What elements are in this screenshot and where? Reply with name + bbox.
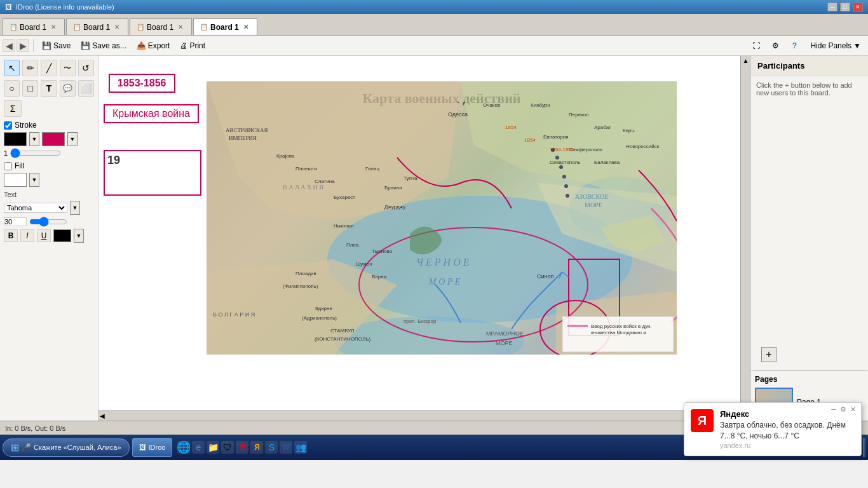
yandex-icon[interactable]: Я (250, 441, 263, 454)
text-color-dropdown[interactable]: ▼ (74, 229, 84, 243)
hide-panels-btn[interactable]: Hide Panels ▼ (806, 39, 865, 53)
title-text: Крымская война (112, 108, 190, 119)
word-icon[interactable]: W (280, 441, 292, 454)
svg-text:Б О Л Г А Р И Я: Б О Л Г А Р И Я (213, 311, 255, 318)
idroo-label: IDroo (149, 444, 166, 451)
font-size-slider[interactable] (29, 217, 67, 226)
taskbar-app-icons: 🌐 e 📁 🛡 Я Я S W 👥 (177, 441, 307, 454)
help-btn[interactable]: ? (787, 38, 802, 53)
settings-btn[interactable]: ⚙ (768, 38, 783, 53)
date-annotation[interactable]: 1853-1856 (109, 74, 175, 93)
add-user-btn[interactable]: + (761, 347, 776, 362)
tab-close-btn-4[interactable]: ✕ (241, 23, 250, 32)
underline-btn[interactable]: U (37, 229, 51, 242)
tab-board-4[interactable]: 📋 Board 1 ✕ (193, 18, 257, 35)
tab-board-1[interactable]: 📋 Board 1 ✕ (3, 18, 65, 35)
curve-tool[interactable]: 〜 (60, 60, 76, 76)
tab-label: Board 1 (20, 23, 46, 32)
bold-btn[interactable]: B (4, 229, 18, 242)
svg-text:Краjова: Краjова (276, 153, 295, 159)
antivirus-icon[interactable]: 🛡 (221, 441, 234, 454)
title-bar-controls[interactable]: ─ □ ✕ (827, 3, 863, 11)
comment-tool[interactable]: 💬 (60, 80, 76, 97)
notif-link[interactable]: yandex.ru (720, 442, 855, 449)
title-bar-left: 🖼 IDroo (License info unavailable) (5, 3, 114, 11)
box-annotation[interactable]: 19 (104, 150, 201, 196)
text-section: Text Tahoma Arial Times New Roman ▼ B I … (4, 191, 94, 243)
notif-close-btn[interactable]: ✕ (850, 405, 856, 414)
svg-text:Браила: Браила (384, 185, 402, 191)
svg-point-59 (562, 175, 566, 179)
save-as-btn[interactable]: 💾 Save as... (76, 39, 130, 53)
box-text: 19 (107, 154, 120, 167)
title-annotation[interactable]: Крымская война (104, 104, 199, 123)
show-desktop-btn[interactable] (863, 438, 865, 457)
minimize-btn[interactable]: ─ (827, 3, 837, 11)
font-dropdown[interactable]: ▼ (70, 201, 80, 215)
tab-label-4: Board 1 (210, 23, 239, 32)
tab-board-2[interactable]: 📋 Board 1 ✕ (66, 18, 128, 35)
fill-checkbox[interactable] (4, 162, 12, 170)
explorer-icon[interactable]: 📁 (207, 441, 219, 454)
fullscreen-btn[interactable]: ⛶ (749, 38, 764, 53)
text-tool[interactable]: T (41, 80, 57, 97)
stroke-width-slider[interactable] (10, 149, 61, 158)
sigma-tool[interactable]: Σ (4, 100, 22, 117)
select-tool[interactable]: ↖ (4, 60, 20, 76)
taskbar-idroo[interactable]: 🖼 IDroo (132, 438, 173, 457)
undo-tool[interactable]: ↺ (78, 60, 94, 76)
skype-icon[interactable]: S (265, 441, 278, 454)
vertical-scrollbar[interactable]: ▲ ▼ (740, 56, 750, 410)
save-btn[interactable]: 💾 Save (37, 39, 75, 53)
font-size-input[interactable] (4, 217, 27, 226)
scroll-up-btn[interactable]: ▲ (743, 57, 749, 64)
font-select[interactable]: Tahoma Arial Times New Roman (4, 203, 67, 213)
yandex-browser-icon[interactable]: Я (236, 441, 248, 454)
font-size-row (4, 217, 94, 226)
participants-hint: Click the + button below to add new user… (756, 81, 852, 97)
line-tool[interactable]: ╱ (41, 60, 57, 76)
svg-text:1854: 1854 (505, 125, 517, 130)
export-btn[interactable]: 📤 Export (132, 39, 175, 53)
add-user-area: + (751, 339, 868, 370)
svg-text:МРАМОРНОЕ: МРАМОРНОЕ (486, 330, 524, 337)
svg-text:Шумен: Шумен (356, 261, 372, 267)
maximize-btn[interactable]: □ (840, 3, 850, 11)
text-color-box[interactable] (53, 229, 71, 242)
back-btn[interactable]: ◀ (3, 39, 15, 52)
chrome-icon[interactable]: 🌐 (177, 441, 190, 454)
image-tool[interactable]: ⬜ (78, 80, 94, 97)
tab-board-3[interactable]: 📋 Board 1 ✕ (130, 18, 192, 35)
fill-color-dropdown[interactable]: ▼ (29, 173, 39, 187)
tab-close-btn-2[interactable]: ✕ (112, 23, 121, 32)
print-btn[interactable]: 🖨 Print (175, 39, 210, 53)
stroke-color-box[interactable] (4, 132, 27, 146)
notif-settings-btn[interactable]: ⚙ (840, 405, 846, 414)
italic-btn[interactable]: I (20, 229, 34, 242)
notif-minimize-btn[interactable]: ─ (831, 405, 836, 414)
people-icon[interactable]: 👥 (294, 441, 307, 454)
tool-row-1: ↖ ✏ ╱ 〜 ↺ (4, 60, 94, 76)
pencil-tool[interactable]: ✏ (22, 60, 38, 76)
tab-close-btn-3[interactable]: ✕ (176, 23, 185, 32)
stroke-accent-box[interactable] (42, 132, 65, 146)
stroke-accent-dropdown[interactable]: ▼ (67, 132, 78, 146)
close-btn[interactable]: ✕ (853, 3, 863, 11)
canvas-area[interactable]: 1853-1856 Крымская война 19 Карта военны… (98, 56, 750, 421)
ie-icon[interactable]: e (192, 441, 205, 454)
stroke-color-dropdown[interactable]: ▼ (29, 132, 39, 146)
fill-color-box[interactable] (4, 173, 27, 187)
scroll-left-btn[interactable]: ◀ (100, 412, 105, 419)
stroke-checkbox[interactable] (4, 121, 12, 130)
print-icon: 🖨 (180, 41, 187, 50)
tab-close-btn[interactable]: ✕ (49, 23, 58, 32)
app-icon: 🖼 (5, 3, 12, 11)
ellipse-tool[interactable]: ○ (4, 80, 20, 97)
board-canvas[interactable]: 1853-1856 Крымская война 19 Карта военны… (98, 56, 740, 410)
canvas-inner: 1853-1856 Крымская война 19 Карта военны… (98, 56, 740, 410)
rect-tool[interactable]: □ (22, 80, 38, 97)
forward-btn[interactable]: ▶ (17, 39, 29, 52)
horizontal-scrollbar[interactable]: ◀ ▶ (98, 410, 740, 421)
start-btn[interactable]: ⊞ 🎤 Скажите «Слушай, Алиса» (3, 438, 130, 457)
svg-text:Очаков: Очаков (483, 102, 500, 108)
